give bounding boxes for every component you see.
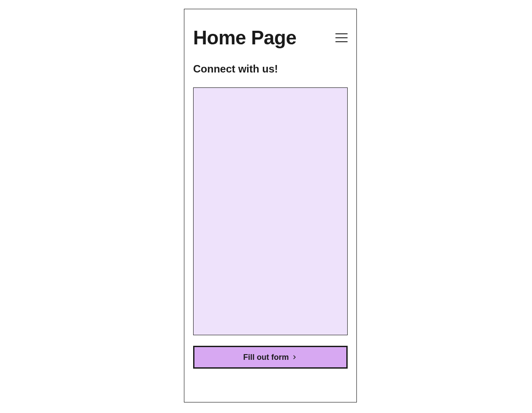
section-subtitle: Connect with us! xyxy=(193,63,348,75)
page-header: Home Page xyxy=(193,27,348,49)
page-title: Home Page xyxy=(193,27,296,49)
fill-out-form-button[interactable]: Fill out form xyxy=(193,346,348,369)
device-frame: Home Page Connect with us! Fill out form xyxy=(184,9,357,402)
hero-image-placeholder xyxy=(193,87,348,335)
chevron-right-icon xyxy=(291,354,298,360)
cta-label: Fill out form xyxy=(243,353,289,362)
hamburger-menu-icon[interactable] xyxy=(335,33,348,42)
